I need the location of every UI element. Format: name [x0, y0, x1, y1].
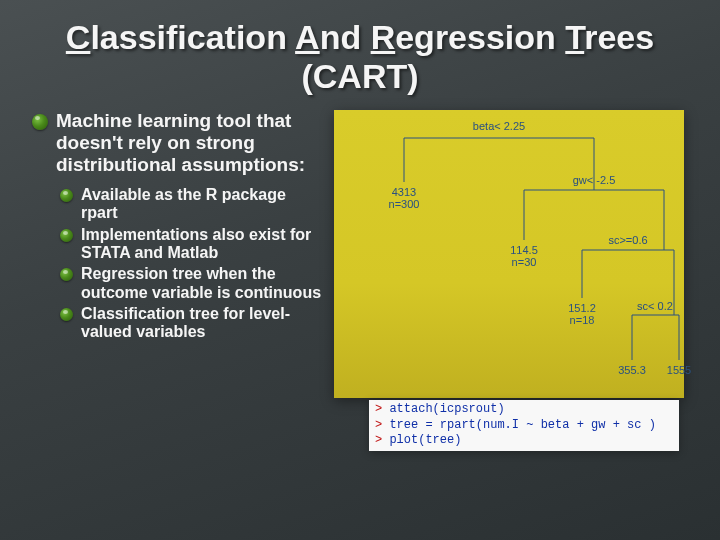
tree-leaf: 114.5n=30	[510, 244, 538, 268]
tree-leaf: 1555	[667, 364, 691, 376]
tree-lines	[334, 110, 684, 398]
bullet-icon	[60, 189, 73, 202]
code-line: > plot(tree)	[375, 433, 673, 449]
list-item: Classification tree for level-valued var…	[60, 305, 322, 342]
bullet-icon	[60, 268, 73, 281]
r-code-panel: > attach(icpsrout) > tree = rpart(num.I …	[369, 400, 679, 451]
tree-leaf: 4313n=300	[389, 186, 420, 210]
bullet-icon	[60, 229, 73, 242]
content-row: Machine learning tool that doesn't rely …	[32, 110, 688, 430]
code-line: > tree = rpart(num.I ~ beta + gw + sc )	[375, 418, 673, 434]
code-line: > attach(icpsrout)	[375, 402, 673, 418]
tree-leaf: 151.2n=18	[568, 302, 596, 326]
bullet-icon	[60, 308, 73, 321]
right-column: beta< 2.25 4313n=300 gw< -2.5 114.5n=30 …	[334, 110, 688, 430]
list-item: Implementations also exist for STATA and…	[60, 226, 322, 263]
regression-tree-plot: beta< 2.25 4313n=300 gw< -2.5 114.5n=30 …	[334, 110, 684, 398]
slide: Classification And Regression Trees (CAR…	[0, 0, 720, 540]
bullet-icon	[32, 114, 48, 130]
list-item: Regression tree when the outcome variabl…	[60, 265, 322, 302]
left-column: Machine learning tool that doesn't rely …	[32, 110, 322, 345]
tree-split-label: sc>=0.6	[608, 234, 647, 246]
slide-title: Classification And Regression Trees (CAR…	[32, 18, 688, 96]
intro-bullet: Machine learning tool that doesn't rely …	[32, 110, 322, 176]
sub-bullet-list: Available as the R package rpart Impleme…	[32, 186, 322, 342]
intro-text: Machine learning tool that doesn't rely …	[56, 110, 322, 176]
tree-split-label: sc< 0.2	[637, 300, 673, 312]
tree-leaf: 355.3	[618, 364, 646, 376]
tree-split-label: gw< -2.5	[573, 174, 616, 186]
list-item: Available as the R package rpart	[60, 186, 322, 223]
tree-split-label: beta< 2.25	[473, 120, 525, 132]
